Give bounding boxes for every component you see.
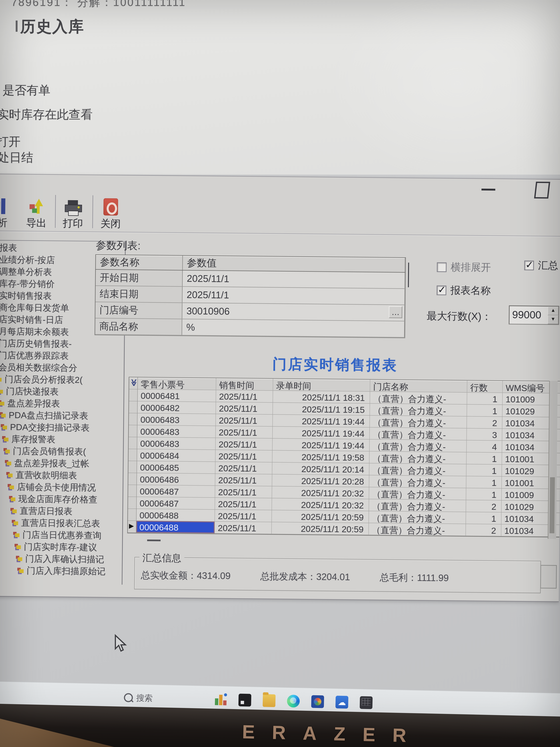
row-selector[interactable]: [128, 485, 137, 497]
cell-line-count[interactable]: 3: [467, 429, 502, 441]
cell-entry-time[interactable]: 2025/11/1 19:44: [272, 427, 370, 439]
toolbar-button-analyze[interactable]: 析: [0, 193, 20, 230]
maximize-button[interactable]: [534, 182, 550, 199]
minimize-button[interactable]: [481, 189, 495, 191]
cell-sale-date[interactable]: 2025/11/1: [216, 402, 273, 415]
scroll-thumb[interactable]: [550, 477, 555, 533]
param-row[interactable]: 门店编号30010906: [96, 302, 405, 321]
sidebar-item[interactable]: 门店实时库存-建议: [0, 540, 122, 554]
start-icon[interactable]: [101, 691, 113, 703]
cell-store[interactable]: （直营）合力遵义-: [369, 463, 467, 476]
cell-store[interactable]: （直营）合力遵义-: [369, 523, 466, 536]
row-selector[interactable]: [128, 449, 137, 461]
sidebar-item[interactable]: 门店历史销售报表-: [0, 337, 124, 351]
param-value[interactable]: 2025/11/1: [182, 270, 405, 288]
cell-entry-time[interactable]: 2025/11/1 19:44: [272, 438, 370, 452]
checkbox-horizontal-expand[interactable]: [437, 262, 447, 272]
cell-line-count[interactable]: 2: [466, 524, 501, 536]
sidebar-item[interactable]: 盘点差异报表: [0, 397, 124, 410]
cell-entry-time[interactable]: 2025/11/1 20:28: [272, 474, 369, 487]
spin-down-icon[interactable]: ▼: [548, 315, 558, 324]
cell-line-count[interactable]: 2: [467, 416, 503, 429]
sidebar-item[interactable]: 门店当日优惠券查询: [0, 529, 122, 542]
cell-entry-time[interactable]: 2025/11/1 20:59: [272, 510, 369, 523]
param-row[interactable]: 商品名称%: [95, 318, 404, 337]
file-explorer-icon[interactable]: [263, 694, 275, 707]
option-horizontal-expand[interactable]: 横排展开: [437, 260, 491, 275]
cell-ticket[interactable]: 00006485: [137, 461, 216, 474]
row-selector[interactable]: [128, 509, 137, 521]
cell-store[interactable]: （直营）合力遵义-: [370, 439, 467, 452]
cell-sale-date[interactable]: 2025/11/1: [215, 522, 272, 534]
cell-sale-date[interactable]: 2025/11/1: [215, 510, 272, 522]
toolbar-button-close[interactable]: 关闭: [94, 194, 128, 231]
cell-entry-time[interactable]: 2025/11/1 20:14: [272, 462, 370, 475]
cell-ticket[interactable]: 00006482: [138, 401, 216, 414]
param-row[interactable]: 结束日期2025/11/1: [96, 286, 405, 305]
cell-line-count[interactable]: 4: [467, 440, 502, 453]
row-selector[interactable]: [129, 437, 137, 449]
cell-ticket[interactable]: 00006488: [136, 521, 215, 534]
param-value[interactable]: %: [182, 319, 404, 337]
checkbox-summarize[interactable]: [524, 260, 534, 270]
photos-icon[interactable]: [311, 695, 324, 708]
cell-line-count[interactable]: 1: [466, 452, 502, 465]
cell-entry-time[interactable]: 2025/11/1 20:32: [272, 498, 369, 511]
pos-grid-app-icon[interactable]: [360, 696, 373, 709]
grid-vertical-scrollbar[interactable]: [548, 381, 558, 539]
cell-sale-date[interactable]: 2025/11/1: [216, 390, 273, 403]
checkbox-report-name[interactable]: [436, 285, 446, 295]
cell-ticket[interactable]: 00006483: [137, 437, 216, 450]
black-app-icon[interactable]: [238, 694, 251, 706]
cell-sale-date[interactable]: 2025/11/1: [216, 426, 273, 438]
col-entry-time[interactable]: 录单时间: [273, 379, 370, 392]
row-selector[interactable]: [128, 461, 137, 473]
max-rows-spinner[interactable]: 99000 ▲▼: [509, 305, 559, 325]
sidebar-item[interactable]: 现金店面库存价格查: [0, 493, 123, 506]
cell-store[interactable]: （直营）合力遵义-: [370, 392, 467, 405]
cell-store[interactable]: （直营）合力遵义-: [369, 487, 466, 500]
cell-ticket[interactable]: 00006488: [136, 509, 215, 522]
cell-entry-time[interactable]: 2025/11/1 18:31: [273, 391, 370, 404]
row-selector[interactable]: ▶: [128, 521, 137, 533]
toolbar-button-export[interactable]: 导出: [20, 193, 53, 230]
option-report-name[interactable]: 报表名称: [436, 283, 491, 298]
cell-sale-date[interactable]: 2025/11/1: [215, 498, 272, 510]
sidebar-item[interactable]: 直营店日报表汇总表: [0, 517, 122, 530]
cell-ticket[interactable]: 00006483: [137, 425, 216, 438]
col-line-count[interactable]: 行数: [467, 381, 503, 393]
row-selector[interactable]: [129, 401, 138, 413]
sidebar-item[interactable]: 库存报警表: [0, 433, 123, 446]
cell-ticket[interactable]: 00006484: [137, 449, 216, 462]
sidebar-item[interactable]: 店铺会员卡使用情况: [0, 481, 123, 494]
cell-line-count[interactable]: 1: [467, 392, 503, 405]
sidebar-item[interactable]: 门店入库确认扫描记: [0, 552, 122, 566]
cell-store[interactable]: （直营）合力遵义-: [369, 511, 466, 524]
sales-grid[interactable]: ≫ 零售小票号 销售时间 录单时间 门店名称 行数 WMS编号 00006481…: [127, 377, 560, 538]
cell-line-count[interactable]: 1: [466, 476, 502, 489]
cell-sale-date[interactable]: 2025/11/1: [216, 438, 273, 450]
cell-store[interactable]: （直营）合力遵义-: [370, 415, 467, 429]
grid-horizontal-scroll-thumb[interactable]: [147, 540, 161, 541]
row-selector[interactable]: [129, 413, 138, 425]
cell-store[interactable]: （直营）合力遵义-: [369, 475, 466, 488]
cell-line-count[interactable]: 1: [467, 405, 503, 417]
row-selector[interactable]: [129, 389, 138, 401]
cell-line-count[interactable]: 1: [466, 488, 502, 500]
cloud-app-icon[interactable]: ☁: [336, 696, 348, 709]
cell-sale-date[interactable]: 2025/11/1: [216, 414, 273, 427]
taskbar-search[interactable]: 搜索: [124, 692, 153, 704]
cell-sale-date[interactable]: 2025/11/1: [215, 462, 272, 474]
cell-sale-date[interactable]: 2025/11/1: [215, 474, 272, 486]
param-scrollbar-fragment[interactable]: [408, 263, 409, 287]
cell-store[interactable]: （直营）合力遵义-: [370, 428, 467, 440]
cell-line-count[interactable]: 1: [466, 512, 502, 524]
sidebar-item[interactable]: 直营收款明细表: [0, 469, 123, 482]
cell-entry-time[interactable]: 2025/11/1 20:59: [272, 522, 369, 535]
option-summarize[interactable]: 汇总: [524, 258, 558, 273]
param-value[interactable]: 2025/11/1: [182, 286, 405, 305]
cell-line-count[interactable]: 1: [466, 464, 502, 476]
colorful-app-icon[interactable]: [214, 693, 227, 706]
sidebar-item[interactable]: 直营店日报表: [0, 505, 123, 518]
param-value[interactable]: 30010906: [182, 303, 405, 321]
